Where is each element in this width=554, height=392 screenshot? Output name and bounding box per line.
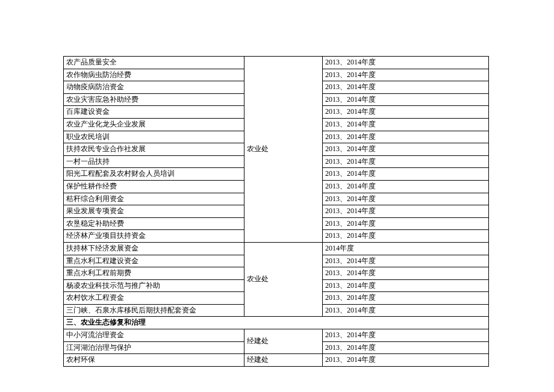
fund-name: 动物疫病防治资金 (64, 81, 244, 94)
fund-name: 扶持林下经济发展资金 (64, 242, 244, 255)
fund-name: 农作物病虫防治经费 (64, 69, 244, 81)
fund-year: 2013、2014年度 (323, 57, 489, 69)
fund-name: 农垦稳定补助经费 (64, 217, 244, 230)
fund-name: 经济林产业项目扶持资金 (64, 230, 244, 243)
section-header: 三、农业生态修复和治理 (64, 317, 489, 329)
fund-year: 2013、2014年度 (323, 255, 489, 267)
fund-year: 2013、2014年度 (323, 354, 489, 367)
dept-cell: 经建处 (244, 329, 323, 354)
funding-table: 农产品质量安全 农业处 2013、2014年度 农作物病虫防治经费2013、20… (63, 56, 489, 367)
fund-year: 2013、2014年度 (323, 279, 489, 292)
fund-year: 2013、2014年度 (323, 180, 489, 193)
fund-year: 2013、2014年度 (323, 230, 489, 243)
fund-name: 一村一品扶持 (64, 155, 244, 168)
fund-year: 2013、2014年度 (323, 341, 489, 354)
fund-name: 农村环保 (64, 354, 244, 367)
fund-year: 2013、2014年度 (323, 93, 489, 106)
dept-cell: 农业处 (244, 242, 323, 317)
fund-name: 农业产业化龙头企业发展 (64, 118, 244, 131)
fund-name: 农产品质量安全 (64, 57, 244, 69)
table-row: 扶持林下经济发展资金 农业处 2014年度 (64, 242, 489, 255)
fund-year: 2013、2014年度 (323, 155, 489, 168)
fund-year: 2013、2014年度 (323, 292, 489, 305)
fund-name: 扶持农民专业合作社发展 (64, 143, 244, 156)
fund-name: 重点水利工程前期费 (64, 267, 244, 280)
fund-name: 重点水利工程建设资金 (64, 255, 244, 267)
section-header-row: 三、农业生态修复和治理 (64, 317, 489, 329)
fund-year: 2013、2014年度 (323, 205, 489, 218)
fund-year: 2013、2014年度 (323, 131, 489, 143)
fund-name: 农业灾害应急补助经费 (64, 93, 244, 106)
fund-name: 百库建设资金 (64, 106, 244, 119)
fund-year: 2013、2014年度 (323, 81, 489, 94)
fund-name: 农村饮水工程资金 (64, 292, 244, 305)
fund-name: 阳光工程配套及农村财会人员培训 (64, 168, 244, 181)
fund-year: 2013、2014年度 (323, 69, 489, 81)
fund-year: 2013、2014年度 (323, 118, 489, 131)
fund-name: 职业农民培训 (64, 131, 244, 143)
fund-name: 三门峡、石泉水库移民后期扶持配套资金 (64, 304, 244, 317)
fund-year: 2013、2014年度 (323, 217, 489, 230)
table-row: 农产品质量安全 农业处 2013、2014年度 (64, 57, 489, 69)
fund-name: 江河湖泊治理与保护 (64, 341, 244, 354)
dept-cell: 农业处 (244, 57, 323, 243)
fund-name: 中小河流治理资金 (64, 329, 244, 342)
funding-table-container: 农产品质量安全 农业处 2013、2014年度 农作物病虫防治经费2013、20… (63, 56, 488, 367)
fund-year: 2013、2014年度 (323, 168, 489, 181)
fund-year: 2013、2014年度 (323, 193, 489, 205)
fund-year: 2013、2014年度 (323, 329, 489, 342)
table-row: 农村环保 经建处 2013、2014年度 (64, 354, 489, 367)
fund-year: 2013、2014年度 (323, 267, 489, 280)
fund-name: 保护性耕作经费 (64, 180, 244, 193)
fund-name: 果业发展专项资金 (64, 205, 244, 218)
fund-year: 2013、2014年度 (323, 143, 489, 156)
dept-cell: 经建处 (244, 354, 323, 367)
fund-name: 杨凌农业科技示范与推广补助 (64, 279, 244, 292)
fund-year: 2013、2014年度 (323, 106, 489, 119)
table-row: 中小河流治理资金 经建处 2013、2014年度 (64, 329, 489, 342)
fund-name: 秸秆综合利用资金 (64, 193, 244, 205)
fund-year: 2013、2014年度 (323, 304, 489, 317)
fund-year: 2014年度 (323, 242, 489, 255)
